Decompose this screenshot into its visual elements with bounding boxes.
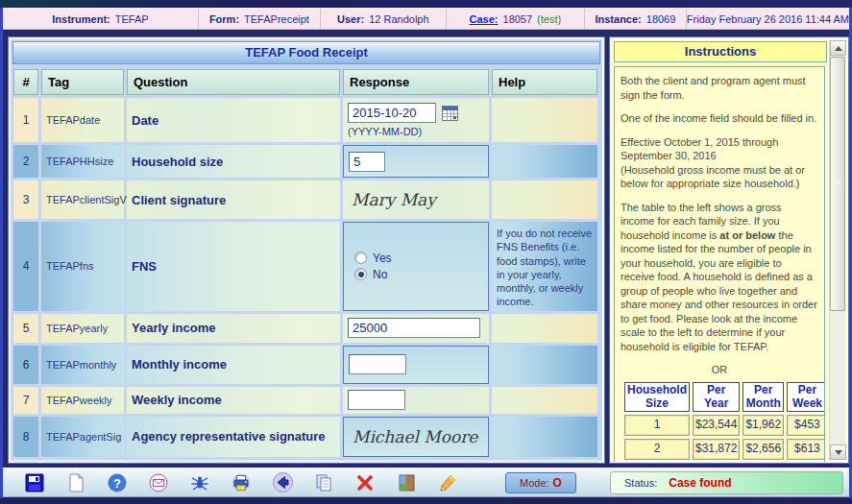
- weekly-income-input[interactable]: [348, 390, 405, 410]
- row-help: [492, 417, 597, 457]
- instructions-paragraph: Both the client and program agent must s…: [621, 74, 818, 102]
- row-number: 8: [13, 417, 38, 457]
- row-tag: TEFAPagentSig: [41, 417, 124, 457]
- help-button[interactable]: ?: [107, 472, 128, 493]
- row-date: 1 TEFAPdate Date (YYYY-MM-DD): [13, 98, 597, 142]
- fns-no-radio[interactable]: No: [354, 268, 483, 281]
- row-question: Yearly income: [127, 314, 340, 343]
- date-input[interactable]: [348, 103, 436, 123]
- email-button[interactable]: [148, 472, 169, 493]
- row-question: Weekly income: [127, 387, 340, 414]
- instructions-body: Both the client and program agent must s…: [614, 66, 825, 462]
- status-value: Case found: [669, 476, 731, 490]
- agent-signature: Michael Moore: [349, 427, 483, 446]
- exit-button[interactable]: [396, 472, 417, 493]
- main-area: TEFAP Food Receipt # Tag Question Respon…: [8, 36, 849, 464]
- col-header-question: Question: [127, 69, 340, 95]
- case-link[interactable]: Case:: [470, 13, 499, 25]
- row-response: [343, 387, 489, 414]
- row-tag: TEFAPdate: [41, 98, 124, 142]
- back-button[interactable]: [272, 472, 293, 493]
- case-value: 18057: [503, 13, 533, 25]
- form-title: TEFAP Food Receipt: [12, 41, 600, 64]
- row-monthly-income: 6 TEFAPmonthly Monthly income: [13, 346, 597, 384]
- household-size-input[interactable]: [349, 152, 385, 172]
- debug-button[interactable]: [189, 472, 210, 493]
- fns-yes-radio[interactable]: Yes: [354, 252, 483, 265]
- svg-text:?: ?: [113, 475, 121, 490]
- row-response: Yes No: [343, 222, 489, 311]
- yearly-income-input[interactable]: [348, 318, 480, 338]
- bug-icon: [190, 473, 209, 492]
- row-number: 3: [13, 180, 38, 219]
- row-yearly-income: 5 TEFAPyearly Yearly income: [13, 314, 597, 343]
- row-response: [343, 314, 489, 343]
- row-number: 5: [13, 314, 38, 343]
- income-row: 2$31,872$2,656$613: [624, 439, 825, 460]
- row-question: Monthly income: [127, 346, 340, 384]
- back-arrow-icon: [273, 472, 293, 492]
- scrollbar-thumb[interactable]: [830, 57, 845, 311]
- calendar-icon[interactable]: [442, 106, 458, 121]
- user-value: 12 Randolph: [369, 13, 428, 25]
- row-household-size: 2 TEFAPHHsize Household size: [13, 145, 597, 178]
- row-tag: TEFAPmonthly: [41, 346, 124, 384]
- row-number: 4: [13, 222, 38, 311]
- row-number: 7: [13, 387, 38, 414]
- fns-yes-label: Yes: [373, 252, 392, 265]
- row-fns: 4 TEFAPfns FNS Yes No: [13, 222, 597, 311]
- monthly-income-input[interactable]: [349, 354, 406, 374]
- info-instrument: Instrument: TEFAP: [3, 9, 199, 29]
- row-question: Client signature: [127, 180, 340, 219]
- form-panel: TEFAP Food Receipt # Tag Question Respon…: [8, 36, 605, 464]
- fns-no-label: No: [373, 268, 387, 281]
- mode-value: O: [553, 476, 562, 490]
- datetime-text: Friday February 26 2016 11:44 AM: [687, 13, 849, 25]
- copy-button[interactable]: [313, 472, 334, 493]
- row-help: [492, 180, 597, 219]
- row-number: 1: [13, 98, 38, 142]
- new-document-button[interactable]: [65, 472, 86, 493]
- status-label: Status:: [624, 477, 657, 489]
- row-tag: NONTEFAP: [41, 460, 124, 464]
- delete-x-icon: [355, 473, 375, 492]
- scroll-up-button[interactable]: [830, 40, 846, 56]
- instructions-paragraph: Effective October 1, 2015 through Septem…: [621, 135, 818, 191]
- row-help: [492, 98, 597, 142]
- email-icon: [149, 473, 168, 492]
- info-case: Case: 18057 (test): [447, 9, 585, 29]
- delete-button[interactable]: [354, 472, 376, 493]
- col-header-help: Help: [492, 69, 597, 95]
- row-help: [492, 314, 597, 343]
- scroll-down-button[interactable]: [830, 444, 846, 460]
- form-label: Form:: [209, 13, 239, 25]
- row-response: [343, 346, 489, 384]
- row-client-signature: 3 TEFAPclientSigV Client signature Mary …: [13, 180, 597, 219]
- user-label: User:: [337, 13, 364, 25]
- income-row: 1$23,544$1,962$453: [624, 415, 825, 436]
- row-question: Date: [127, 98, 340, 142]
- down-arrow-icon: [835, 450, 842, 455]
- instructions-scrollbar[interactable]: [829, 40, 845, 460]
- income-col-year: Per Year: [693, 382, 740, 413]
- instance-value: 18069: [646, 13, 676, 25]
- print-button[interactable]: [231, 472, 252, 493]
- row-help: [492, 460, 597, 464]
- row-help: [492, 145, 597, 178]
- row-response: (YYYY-MM-DD): [343, 98, 489, 142]
- instructions-panel: Instructions Both the client and program…: [609, 36, 849, 464]
- edit-button[interactable]: [437, 472, 458, 493]
- row-response: Michael Moore: [343, 417, 489, 457]
- window-top-strip: [0, 0, 852, 8]
- date-format-hint: (YYYY-MM-DD): [348, 126, 484, 137]
- row-response: [343, 145, 489, 178]
- row-tag: TEFAPyearly: [41, 314, 124, 343]
- row-agent-signature: 8 TEFAPagentSig Agency representative si…: [13, 417, 597, 457]
- pencil-icon: [438, 473, 457, 492]
- copy-icon: [314, 473, 333, 492]
- or-label: OR: [621, 363, 818, 377]
- info-bar: Instrument: TEFAP Form: TEFAPreceipt Use…: [3, 8, 849, 30]
- question-table: # Tag Question Response Help 1 TEFAPdate…: [11, 66, 600, 464]
- save-button[interactable]: [24, 472, 45, 493]
- scrollbar-grip-icon: [835, 179, 840, 184]
